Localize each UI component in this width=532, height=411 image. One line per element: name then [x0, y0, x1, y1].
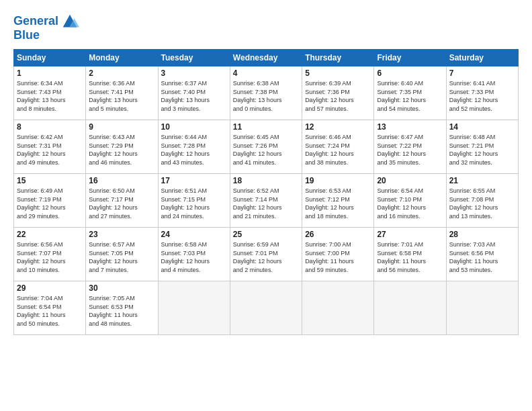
day-info: Sunrise: 7:03 AM Sunset: 6:56 PM Dayligh… — [449, 240, 515, 274]
weekday-header-friday: Friday — [374, 50, 446, 66]
calendar-cell: 2Sunrise: 6:36 AM Sunset: 7:41 PM Daylig… — [86, 66, 158, 120]
day-info: Sunrise: 6:37 AM Sunset: 7:40 PM Dayligh… — [161, 79, 227, 113]
calendar-cell — [302, 281, 374, 335]
day-info: Sunrise: 6:39 AM Sunset: 7:36 PM Dayligh… — [305, 79, 371, 113]
day-number: 30 — [89, 283, 154, 293]
day-number: 7 — [449, 68, 515, 78]
day-number: 10 — [161, 122, 227, 132]
day-info: Sunrise: 6:40 AM Sunset: 7:35 PM Dayligh… — [377, 79, 443, 113]
day-number: 20 — [377, 176, 443, 185]
calendar-cell: 29Sunrise: 7:04 AM Sunset: 6:54 PM Dayli… — [14, 281, 86, 335]
day-number: 5 — [305, 68, 371, 78]
day-number: 26 — [305, 230, 371, 239]
day-info: Sunrise: 7:05 AM Sunset: 6:53 PM Dayligh… — [89, 294, 154, 328]
calendar-cell: 19Sunrise: 6:53 AM Sunset: 7:12 PM Dayli… — [302, 174, 374, 228]
calendar-cell: 10Sunrise: 6:44 AM Sunset: 7:28 PM Dayli… — [158, 120, 230, 174]
weekday-header-wednesday: Wednesday — [230, 50, 302, 66]
calendar-cell: 1Sunrise: 6:34 AM Sunset: 7:43 PM Daylig… — [14, 66, 86, 120]
calendar-cell: 6Sunrise: 6:40 AM Sunset: 7:35 PM Daylig… — [374, 66, 446, 120]
day-number: 27 — [377, 230, 443, 239]
day-number: 6 — [377, 68, 443, 78]
header: General Blue — [13, 12, 519, 42]
week-row-4: 22Sunrise: 6:56 AM Sunset: 7:07 PM Dayli… — [14, 228, 519, 281]
day-number: 28 — [449, 230, 515, 239]
day-info: Sunrise: 6:34 AM Sunset: 7:43 PM Dayligh… — [17, 79, 83, 113]
calendar-cell: 27Sunrise: 7:01 AM Sunset: 6:58 PM Dayli… — [374, 228, 446, 281]
day-number: 8 — [17, 122, 83, 132]
calendar-cell: 23Sunrise: 6:57 AM Sunset: 7:05 PM Dayli… — [86, 228, 158, 281]
day-info: Sunrise: 6:36 AM Sunset: 7:41 PM Dayligh… — [89, 79, 154, 113]
calendar-cell: 26Sunrise: 7:00 AM Sunset: 7:00 PM Dayli… — [302, 228, 374, 281]
calendar-cell: 4Sunrise: 6:38 AM Sunset: 7:38 PM Daylig… — [230, 66, 302, 120]
logo-icon — [60, 12, 79, 31]
day-info: Sunrise: 6:59 AM Sunset: 7:01 PM Dayligh… — [233, 240, 299, 274]
day-number: 17 — [161, 176, 227, 185]
calendar-cell: 30Sunrise: 7:05 AM Sunset: 6:53 PM Dayli… — [86, 281, 158, 335]
day-number: 1 — [17, 68, 83, 78]
weekday-header-monday: Monday — [86, 50, 158, 66]
day-number: 29 — [17, 283, 83, 293]
day-info: Sunrise: 6:55 AM Sunset: 7:08 PM Dayligh… — [449, 187, 515, 220]
weekday-header-row: SundayMondayTuesdayWednesdayThursdayFrid… — [14, 50, 519, 66]
day-info: Sunrise: 6:56 AM Sunset: 7:07 PM Dayligh… — [17, 240, 83, 274]
calendar-cell: 15Sunrise: 6:49 AM Sunset: 7:19 PM Dayli… — [14, 174, 86, 228]
calendar-cell: 7Sunrise: 6:41 AM Sunset: 7:33 PM Daylig… — [446, 66, 518, 120]
calendar-cell: 12Sunrise: 6:46 AM Sunset: 7:24 PM Dayli… — [302, 120, 374, 174]
calendar-cell: 5Sunrise: 6:39 AM Sunset: 7:36 PM Daylig… — [302, 66, 374, 120]
day-info: Sunrise: 7:04 AM Sunset: 6:54 PM Dayligh… — [17, 294, 83, 328]
day-info: Sunrise: 6:47 AM Sunset: 7:22 PM Dayligh… — [377, 133, 443, 167]
day-number: 23 — [89, 230, 154, 239]
weekday-header-sunday: Sunday — [14, 50, 86, 66]
calendar-cell — [158, 281, 230, 335]
day-info: Sunrise: 6:45 AM Sunset: 7:26 PM Dayligh… — [233, 133, 299, 167]
day-info: Sunrise: 6:43 AM Sunset: 7:29 PM Dayligh… — [89, 133, 154, 167]
day-info: Sunrise: 6:46 AM Sunset: 7:24 PM Dayligh… — [305, 133, 371, 167]
calendar-cell: 13Sunrise: 6:47 AM Sunset: 7:22 PM Dayli… — [374, 120, 446, 174]
day-info: Sunrise: 6:42 AM Sunset: 7:31 PM Dayligh… — [17, 133, 83, 167]
day-info: Sunrise: 7:01 AM Sunset: 6:58 PM Dayligh… — [377, 240, 443, 274]
day-info: Sunrise: 6:58 AM Sunset: 7:03 PM Dayligh… — [161, 240, 227, 274]
weekday-header-thursday: Thursday — [302, 50, 374, 66]
week-row-1: 1Sunrise: 6:34 AM Sunset: 7:43 PM Daylig… — [14, 66, 519, 120]
day-info: Sunrise: 6:54 AM Sunset: 7:10 PM Dayligh… — [377, 187, 443, 220]
day-number: 15 — [17, 176, 83, 185]
calendar-cell: 18Sunrise: 6:52 AM Sunset: 7:14 PM Dayli… — [230, 174, 302, 228]
calendar-cell: 21Sunrise: 6:55 AM Sunset: 7:08 PM Dayli… — [446, 174, 518, 228]
calendar-cell: 11Sunrise: 6:45 AM Sunset: 7:26 PM Dayli… — [230, 120, 302, 174]
calendar-cell: 14Sunrise: 6:48 AM Sunset: 7:21 PM Dayli… — [446, 120, 518, 174]
day-number: 3 — [161, 68, 227, 78]
logo-text: General — [13, 15, 58, 28]
day-info: Sunrise: 6:51 AM Sunset: 7:15 PM Dayligh… — [161, 187, 227, 220]
calendar-cell: 16Sunrise: 6:50 AM Sunset: 7:17 PM Dayli… — [86, 174, 158, 228]
calendar-cell: 20Sunrise: 6:54 AM Sunset: 7:10 PM Dayli… — [374, 174, 446, 228]
day-number: 25 — [233, 230, 299, 239]
day-info: Sunrise: 6:49 AM Sunset: 7:19 PM Dayligh… — [17, 187, 83, 220]
day-number: 21 — [449, 176, 515, 185]
calendar-cell: 9Sunrise: 6:43 AM Sunset: 7:29 PM Daylig… — [86, 120, 158, 174]
day-number: 2 — [89, 68, 154, 78]
week-row-2: 8Sunrise: 6:42 AM Sunset: 7:31 PM Daylig… — [14, 120, 519, 174]
day-info: Sunrise: 6:41 AM Sunset: 7:33 PM Dayligh… — [449, 79, 515, 113]
day-info: Sunrise: 7:00 AM Sunset: 7:00 PM Dayligh… — [305, 240, 371, 274]
day-info: Sunrise: 6:53 AM Sunset: 7:12 PM Dayligh… — [305, 187, 371, 220]
day-info: Sunrise: 6:52 AM Sunset: 7:14 PM Dayligh… — [233, 187, 299, 220]
day-info: Sunrise: 6:50 AM Sunset: 7:17 PM Dayligh… — [89, 187, 154, 220]
calendar-cell — [446, 281, 518, 335]
calendar-cell: 17Sunrise: 6:51 AM Sunset: 7:15 PM Dayli… — [158, 174, 230, 228]
weekday-header-saturday: Saturday — [446, 50, 518, 66]
day-number: 19 — [305, 176, 371, 185]
week-row-3: 15Sunrise: 6:49 AM Sunset: 7:19 PM Dayli… — [14, 174, 519, 228]
day-info: Sunrise: 6:48 AM Sunset: 7:21 PM Dayligh… — [449, 133, 515, 167]
day-number: 9 — [89, 122, 154, 132]
week-row-5: 29Sunrise: 7:04 AM Sunset: 6:54 PM Dayli… — [14, 281, 519, 335]
day-info: Sunrise: 6:44 AM Sunset: 7:28 PM Dayligh… — [161, 133, 227, 167]
calendar-cell: 3Sunrise: 6:37 AM Sunset: 7:40 PM Daylig… — [158, 66, 230, 120]
weekday-header-tuesday: Tuesday — [158, 50, 230, 66]
calendar: SundayMondayTuesdayWednesdayThursdayFrid… — [13, 49, 519, 335]
calendar-cell: 25Sunrise: 6:59 AM Sunset: 7:01 PM Dayli… — [230, 228, 302, 281]
day-number: 12 — [305, 122, 371, 132]
calendar-cell: 24Sunrise: 6:58 AM Sunset: 7:03 PM Dayli… — [158, 228, 230, 281]
calendar-cell: 22Sunrise: 6:56 AM Sunset: 7:07 PM Dayli… — [14, 228, 86, 281]
day-number: 13 — [377, 122, 443, 132]
logo: General Blue — [13, 12, 79, 42]
